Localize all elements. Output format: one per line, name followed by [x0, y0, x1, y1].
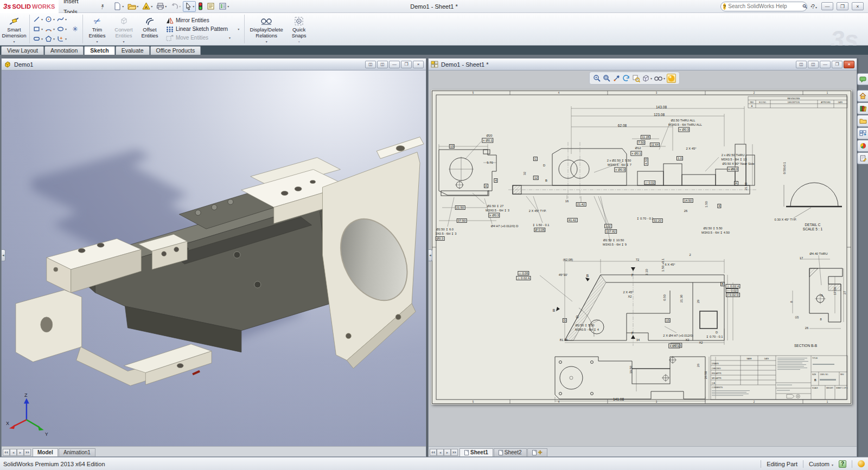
- custom-properties-icon[interactable]: [857, 152, 868, 164]
- comment-icon[interactable]: [857, 73, 868, 85]
- linear-sketch-pattern-button[interactable]: Linear Sketch Pattern ▾: [164, 25, 241, 33]
- split-left-button[interactable]: ◫: [365, 61, 376, 68]
- app-minimize-button[interactable]: —: [821, 2, 833, 10]
- dimension-annotation: 26: [805, 326, 808, 330]
- trim-entities-button[interactable]: ✂ Trim Entities ▾: [84, 13, 110, 45]
- spline-icon[interactable]: ▾: [56, 15, 67, 24]
- tab-sheet1[interactable]: Sheet1: [459, 448, 493, 456]
- display-delete-relations-button[interactable]: Display/Delete Relations ▾: [246, 13, 287, 45]
- tab-view-layout[interactable]: View Layout: [1, 46, 44, 55]
- new-file-icon[interactable]: ▾: [112, 1, 125, 12]
- panel-splitter-handle[interactable]: ◄: [429, 249, 432, 261]
- fillet-icon[interactable]: ▾: [56, 34, 67, 44]
- model-viewport[interactable]: ZXY ◄: [2, 70, 426, 446]
- print-icon[interactable]: ▾: [155, 1, 168, 12]
- rebuild-traffic-light-icon[interactable]: [196, 1, 205, 12]
- tab-office-products[interactable]: Office Products: [150, 46, 201, 55]
- add-sheet-button[interactable]: ✚︎: [527, 448, 547, 456]
- menu-insert[interactable]: Insert: [59, 0, 96, 7]
- tab-evaluate[interactable]: Evaluate: [116, 46, 150, 55]
- offset-entities-button[interactable]: Offset Entities: [137, 13, 162, 45]
- units-selector[interactable]: Custom ▾: [809, 461, 833, 467]
- tab-scroll-next-button[interactable]: ▸: [444, 449, 451, 456]
- tab-annotation[interactable]: Annotation: [44, 46, 84, 55]
- split-right-button[interactable]: ◫: [377, 61, 388, 68]
- linear-sketch-pattern-icon: [166, 26, 174, 33]
- tab-sheet2[interactable]: Sheet2: [494, 448, 527, 456]
- app-restore-button[interactable]: ❐: [837, 2, 848, 10]
- tab-sketch[interactable]: Sketch: [84, 46, 114, 55]
- drawing-viewport[interactable]: ▾ ▾: [429, 70, 857, 446]
- tags-icon[interactable]: [858, 460, 865, 467]
- pan-icon[interactable]: [612, 74, 621, 82]
- window-restore-button[interactable]: ❐: [832, 61, 843, 68]
- view-orientation-icon[interactable]: ▾: [642, 74, 652, 82]
- window-close-button[interactable]: ×: [413, 61, 424, 68]
- dimension-annotation: Ø0.3: [436, 236, 445, 241]
- tab-animation1[interactable]: Animation1: [59, 448, 95, 456]
- window-close-button[interactable]: ×: [844, 61, 854, 68]
- split-right-button[interactable]: ◫: [808, 61, 819, 68]
- tab-model[interactable]: Model: [33, 448, 58, 456]
- file-explorer-icon[interactable]: [857, 115, 868, 127]
- arc-icon[interactable]: ▾: [44, 24, 55, 34]
- search-box[interactable]: ? 🔍︎ ▾: [720, 2, 807, 11]
- tab-scroll-last-button[interactable]: ⏵⏵: [24, 449, 31, 456]
- app-close-button[interactable]: ×: [852, 2, 864, 10]
- zoom-in-icon[interactable]: [593, 74, 601, 82]
- move-entities-button[interactable]: Move Entities ▾: [164, 34, 241, 42]
- dimension-annotation: 72: [636, 258, 639, 261]
- window-minimize-button[interactable]: —: [820, 61, 831, 68]
- open-icon[interactable]: ▾: [126, 1, 140, 12]
- smart-dimension-button[interactable]: Smart Dimension ▾: [0, 13, 28, 45]
- tab-scroll-next-button[interactable]: ▸: [17, 449, 24, 456]
- dimension-annotation: Ø 0.05: [534, 228, 545, 232]
- slot-icon[interactable]: ▾: [33, 34, 43, 44]
- tab-scroll-prev-button[interactable]: ◂: [10, 449, 17, 456]
- appearances-scenes-icon[interactable]: [857, 140, 868, 152]
- rotate-view-icon[interactable]: [622, 74, 630, 82]
- panel-splitter-handle[interactable]: ◄: [2, 249, 5, 261]
- display-style-icon[interactable]: ▾: [654, 75, 665, 82]
- tab-scroll-prev-button[interactable]: ◂: [437, 449, 444, 456]
- appearance-sphere-icon[interactable]: [667, 74, 676, 83]
- quick-tips-icon[interactable]: ?: [839, 460, 846, 468]
- solidworks-resources-icon[interactable]: [857, 90, 868, 102]
- make-drawing-icon[interactable]: A▾: [141, 1, 154, 12]
- ellipse-icon[interactable]: ▾: [56, 24, 67, 34]
- tab-scroll-first-button[interactable]: ⏴⏴: [3, 449, 10, 456]
- help-menu-icon[interactable]: ?▾: [810, 3, 818, 10]
- circle-icon[interactable]: ▾: [44, 15, 55, 24]
- options-icon[interactable]: ▾: [217, 1, 231, 12]
- dimension-annotation: 21.42: [576, 202, 586, 207]
- search-icon[interactable]: 🔍︎: [802, 3, 808, 10]
- point-button[interactable]: ✳: [69, 13, 81, 45]
- dimension-annotation: ▱ 0.06: [518, 271, 529, 275]
- dimension-annotation: G: [576, 315, 578, 319]
- offset-entities-icon: [145, 15, 155, 27]
- drawing-window-titlebar[interactable]: Demo1 - Sheet1 * ◫ ◫ — ❐ ×: [429, 59, 857, 70]
- polygon-icon[interactable]: ▾: [44, 34, 55, 44]
- window-restore-button[interactable]: ❐: [401, 61, 412, 68]
- file-properties-icon[interactable]: [205, 1, 216, 12]
- mirror-entities-button[interactable]: Mirror Entities: [164, 17, 241, 24]
- tab-scroll-last-button[interactable]: ⏵⏵: [451, 449, 458, 456]
- zoom-sheet-icon[interactable]: [632, 74, 640, 82]
- undo-icon[interactable]: ▾: [169, 1, 182, 12]
- split-left-button[interactable]: ◫: [796, 61, 807, 68]
- convert-entities-button[interactable]: Convert Entities ▾: [110, 13, 137, 45]
- design-library-icon[interactable]: [857, 102, 868, 114]
- search-input[interactable]: [728, 3, 800, 9]
- drawing-sheet[interactable]: REVISIONS REV. ECO NO. DESCRIPTION APPRO…: [431, 90, 852, 404]
- tab-scroll-first-button[interactable]: ⏴⏴: [430, 449, 437, 456]
- zoom-area-icon[interactable]: [603, 74, 611, 82]
- line-icon[interactable]: ▾: [33, 15, 43, 24]
- rectangle-icon[interactable]: ▾: [33, 24, 43, 34]
- select-arrow-icon[interactable]: ▾: [183, 1, 196, 12]
- dimension-annotation: 6 X 45°: [665, 263, 675, 266]
- model-window-titlebar[interactable]: Demo1 ◫ ◫ — ❐ ×: [2, 59, 426, 70]
- window-minimize-button[interactable]: —: [389, 61, 400, 68]
- view-palette-icon[interactable]: [857, 127, 868, 139]
- quick-snaps-button[interactable]: Quick Snaps ▾: [287, 13, 311, 45]
- pin-icon[interactable]: 📌︎: [95, 0, 110, 12]
